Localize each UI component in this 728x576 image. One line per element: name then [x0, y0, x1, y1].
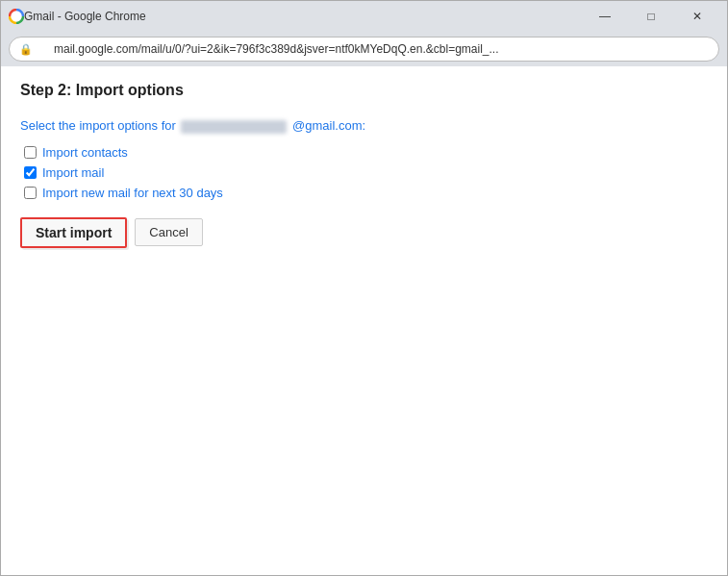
address-input[interactable]: 🔒 mail.google.com/mail/u/0/?ui=2&ik=796f…	[9, 37, 719, 62]
checkboxes-group: Import contacts Import mail Import new m…	[24, 145, 708, 200]
close-button[interactable]: ✕	[675, 3, 719, 30]
window-title: Gmail - Google Chrome	[24, 10, 575, 23]
import-intro: Select the import options for @gmail.com…	[20, 118, 708, 134]
window-controls: — □ ✕	[583, 3, 719, 30]
checkbox-row-new-mail: Import new mail for next 30 days	[24, 186, 708, 200]
checkbox-row-mail: Import mail	[24, 165, 708, 180]
minimize-button[interactable]: —	[583, 3, 627, 30]
import-mail-label[interactable]: Import mail	[42, 165, 104, 180]
import-mail-checkbox[interactable]	[24, 166, 37, 179]
button-row: Start import Cancel	[20, 217, 708, 248]
lock-icon: 🔒	[19, 43, 33, 56]
checkbox-row-contacts: Import contacts	[24, 145, 708, 160]
title-bar: Gmail - Google Chrome — □ ✕	[1, 1, 727, 32]
address-text: mail.google.com/mail/u/0/?ui=2&ik=796f3c…	[37, 42, 499, 56]
page-content: Step 2: Import options Select the import…	[1, 66, 727, 575]
intro-prefix: Select the import options for	[20, 118, 179, 133]
email-blurred	[181, 120, 287, 134]
import-new-mail-label[interactable]: Import new mail for next 30 days	[42, 186, 223, 200]
page-title: Step 2: Import options	[20, 82, 708, 99]
favicon-icon	[9, 9, 24, 24]
cancel-button[interactable]: Cancel	[135, 218, 202, 246]
address-bar: 🔒 mail.google.com/mail/u/0/?ui=2&ik=796f…	[1, 32, 727, 66]
import-new-mail-checkbox[interactable]	[24, 187, 37, 199]
import-contacts-checkbox[interactable]	[24, 146, 37, 159]
intro-suffix: @gmail.com:	[292, 118, 365, 133]
import-contacts-label[interactable]: Import contacts	[42, 145, 128, 160]
start-import-button[interactable]: Start import	[20, 217, 127, 248]
maximize-button[interactable]: □	[629, 3, 673, 30]
chrome-window: Gmail - Google Chrome — □ ✕ 🔒 mail.googl…	[0, 0, 728, 576]
